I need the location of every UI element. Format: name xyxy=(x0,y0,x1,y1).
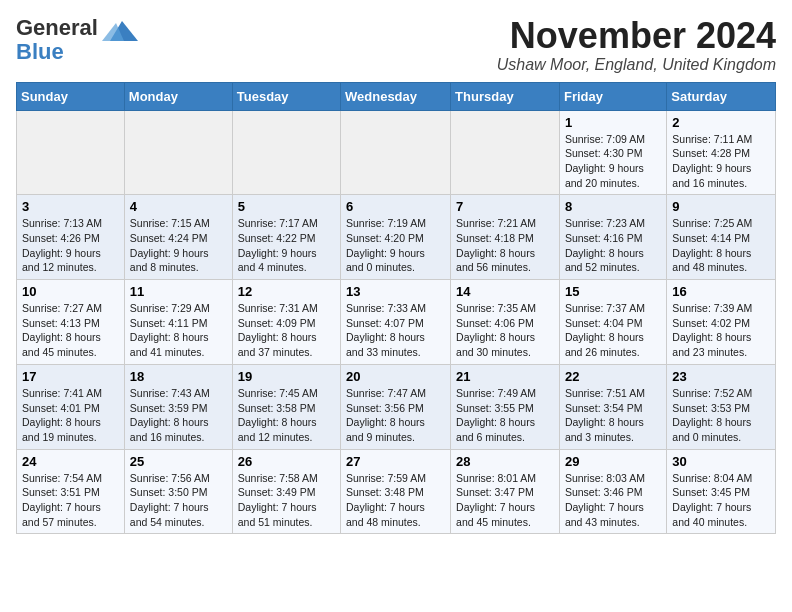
day-info: Sunrise: 7:19 AMSunset: 4:20 PMDaylight:… xyxy=(346,216,445,275)
day-number: 7 xyxy=(456,199,554,214)
day-of-week-header: Wednesday xyxy=(341,82,451,110)
day-number: 4 xyxy=(130,199,227,214)
calendar-cell xyxy=(17,110,125,195)
calendar-cell xyxy=(341,110,451,195)
day-number: 20 xyxy=(346,369,445,384)
day-number: 24 xyxy=(22,454,119,469)
day-number: 5 xyxy=(238,199,335,214)
calendar-table: SundayMondayTuesdayWednesdayThursdayFrid… xyxy=(16,82,776,535)
day-number: 26 xyxy=(238,454,335,469)
day-number: 23 xyxy=(672,369,770,384)
day-number: 30 xyxy=(672,454,770,469)
day-number: 22 xyxy=(565,369,661,384)
month-title: November 2024 xyxy=(497,16,776,56)
day-info: Sunrise: 8:03 AMSunset: 3:46 PMDaylight:… xyxy=(565,471,661,530)
calendar-cell: 16Sunrise: 7:39 AMSunset: 4:02 PMDayligh… xyxy=(667,280,776,365)
logo: General Blue xyxy=(16,16,138,64)
day-info: Sunrise: 7:54 AMSunset: 3:51 PMDaylight:… xyxy=(22,471,119,530)
calendar-cell: 15Sunrise: 7:37 AMSunset: 4:04 PMDayligh… xyxy=(559,280,666,365)
day-number: 19 xyxy=(238,369,335,384)
calendar-cell: 14Sunrise: 7:35 AMSunset: 4:06 PMDayligh… xyxy=(451,280,560,365)
day-info: Sunrise: 7:21 AMSunset: 4:18 PMDaylight:… xyxy=(456,216,554,275)
calendar-cell: 18Sunrise: 7:43 AMSunset: 3:59 PMDayligh… xyxy=(124,364,232,449)
day-info: Sunrise: 7:27 AMSunset: 4:13 PMDaylight:… xyxy=(22,301,119,360)
calendar-cell: 24Sunrise: 7:54 AMSunset: 3:51 PMDayligh… xyxy=(17,449,125,534)
day-info: Sunrise: 7:23 AMSunset: 4:16 PMDaylight:… xyxy=(565,216,661,275)
day-number: 16 xyxy=(672,284,770,299)
logo-text: General Blue xyxy=(16,16,98,64)
day-of-week-header: Thursday xyxy=(451,82,560,110)
day-info: Sunrise: 7:39 AMSunset: 4:02 PMDaylight:… xyxy=(672,301,770,360)
day-of-week-header: Saturday xyxy=(667,82,776,110)
day-number: 18 xyxy=(130,369,227,384)
day-number: 1 xyxy=(565,115,661,130)
calendar-cell: 19Sunrise: 7:45 AMSunset: 3:58 PMDayligh… xyxy=(232,364,340,449)
calendar-cell: 11Sunrise: 7:29 AMSunset: 4:11 PMDayligh… xyxy=(124,280,232,365)
calendar-cell: 1Sunrise: 7:09 AMSunset: 4:30 PMDaylight… xyxy=(559,110,666,195)
calendar-cell: 3Sunrise: 7:13 AMSunset: 4:26 PMDaylight… xyxy=(17,195,125,280)
calendar-cell: 21Sunrise: 7:49 AMSunset: 3:55 PMDayligh… xyxy=(451,364,560,449)
calendar-cell: 29Sunrise: 8:03 AMSunset: 3:46 PMDayligh… xyxy=(559,449,666,534)
calendar-cell: 5Sunrise: 7:17 AMSunset: 4:22 PMDaylight… xyxy=(232,195,340,280)
day-of-week-header: Monday xyxy=(124,82,232,110)
calendar-cell: 4Sunrise: 7:15 AMSunset: 4:24 PMDaylight… xyxy=(124,195,232,280)
calendar-cell: 28Sunrise: 8:01 AMSunset: 3:47 PMDayligh… xyxy=(451,449,560,534)
day-info: Sunrise: 7:31 AMSunset: 4:09 PMDaylight:… xyxy=(238,301,335,360)
day-info: Sunrise: 7:25 AMSunset: 4:14 PMDaylight:… xyxy=(672,216,770,275)
calendar-cell: 22Sunrise: 7:51 AMSunset: 3:54 PMDayligh… xyxy=(559,364,666,449)
day-number: 3 xyxy=(22,199,119,214)
day-of-week-header: Friday xyxy=(559,82,666,110)
calendar-cell: 25Sunrise: 7:56 AMSunset: 3:50 PMDayligh… xyxy=(124,449,232,534)
page-header: General Blue November 2024 Ushaw Moor, E… xyxy=(16,16,776,74)
day-info: Sunrise: 7:43 AMSunset: 3:59 PMDaylight:… xyxy=(130,386,227,445)
calendar-cell: 26Sunrise: 7:58 AMSunset: 3:49 PMDayligh… xyxy=(232,449,340,534)
day-number: 2 xyxy=(672,115,770,130)
day-info: Sunrise: 7:51 AMSunset: 3:54 PMDaylight:… xyxy=(565,386,661,445)
day-number: 6 xyxy=(346,199,445,214)
day-number: 14 xyxy=(456,284,554,299)
calendar-cell: 20Sunrise: 7:47 AMSunset: 3:56 PMDayligh… xyxy=(341,364,451,449)
day-of-week-header: Sunday xyxy=(17,82,125,110)
day-info: Sunrise: 7:11 AMSunset: 4:28 PMDaylight:… xyxy=(672,132,770,191)
day-info: Sunrise: 7:29 AMSunset: 4:11 PMDaylight:… xyxy=(130,301,227,360)
logo-general: General xyxy=(16,15,98,40)
day-number: 8 xyxy=(565,199,661,214)
calendar-cell: 23Sunrise: 7:52 AMSunset: 3:53 PMDayligh… xyxy=(667,364,776,449)
day-info: Sunrise: 7:09 AMSunset: 4:30 PMDaylight:… xyxy=(565,132,661,191)
day-number: 12 xyxy=(238,284,335,299)
title-area: November 2024 Ushaw Moor, England, Unite… xyxy=(497,16,776,74)
day-info: Sunrise: 7:13 AMSunset: 4:26 PMDaylight:… xyxy=(22,216,119,275)
day-info: Sunrise: 7:47 AMSunset: 3:56 PMDaylight:… xyxy=(346,386,445,445)
calendar-cell: 8Sunrise: 7:23 AMSunset: 4:16 PMDaylight… xyxy=(559,195,666,280)
day-info: Sunrise: 7:59 AMSunset: 3:48 PMDaylight:… xyxy=(346,471,445,530)
day-info: Sunrise: 7:58 AMSunset: 3:49 PMDaylight:… xyxy=(238,471,335,530)
day-info: Sunrise: 8:04 AMSunset: 3:45 PMDaylight:… xyxy=(672,471,770,530)
day-number: 15 xyxy=(565,284,661,299)
logo-blue: Blue xyxy=(16,39,64,64)
day-info: Sunrise: 7:49 AMSunset: 3:55 PMDaylight:… xyxy=(456,386,554,445)
calendar-cell xyxy=(451,110,560,195)
day-number: 27 xyxy=(346,454,445,469)
day-info: Sunrise: 8:01 AMSunset: 3:47 PMDaylight:… xyxy=(456,471,554,530)
calendar-cell: 9Sunrise: 7:25 AMSunset: 4:14 PMDaylight… xyxy=(667,195,776,280)
calendar-cell: 12Sunrise: 7:31 AMSunset: 4:09 PMDayligh… xyxy=(232,280,340,365)
day-number: 28 xyxy=(456,454,554,469)
day-info: Sunrise: 7:41 AMSunset: 4:01 PMDaylight:… xyxy=(22,386,119,445)
day-of-week-header: Tuesday xyxy=(232,82,340,110)
calendar-cell xyxy=(232,110,340,195)
day-number: 11 xyxy=(130,284,227,299)
day-info: Sunrise: 7:15 AMSunset: 4:24 PMDaylight:… xyxy=(130,216,227,275)
day-info: Sunrise: 7:37 AMSunset: 4:04 PMDaylight:… xyxy=(565,301,661,360)
day-number: 10 xyxy=(22,284,119,299)
calendar-cell xyxy=(124,110,232,195)
day-number: 29 xyxy=(565,454,661,469)
day-info: Sunrise: 7:45 AMSunset: 3:58 PMDaylight:… xyxy=(238,386,335,445)
logo-icon xyxy=(102,13,138,49)
day-number: 17 xyxy=(22,369,119,384)
calendar-cell: 6Sunrise: 7:19 AMSunset: 4:20 PMDaylight… xyxy=(341,195,451,280)
day-info: Sunrise: 7:33 AMSunset: 4:07 PMDaylight:… xyxy=(346,301,445,360)
day-info: Sunrise: 7:17 AMSunset: 4:22 PMDaylight:… xyxy=(238,216,335,275)
day-number: 13 xyxy=(346,284,445,299)
calendar-cell: 10Sunrise: 7:27 AMSunset: 4:13 PMDayligh… xyxy=(17,280,125,365)
calendar-cell: 30Sunrise: 8:04 AMSunset: 3:45 PMDayligh… xyxy=(667,449,776,534)
